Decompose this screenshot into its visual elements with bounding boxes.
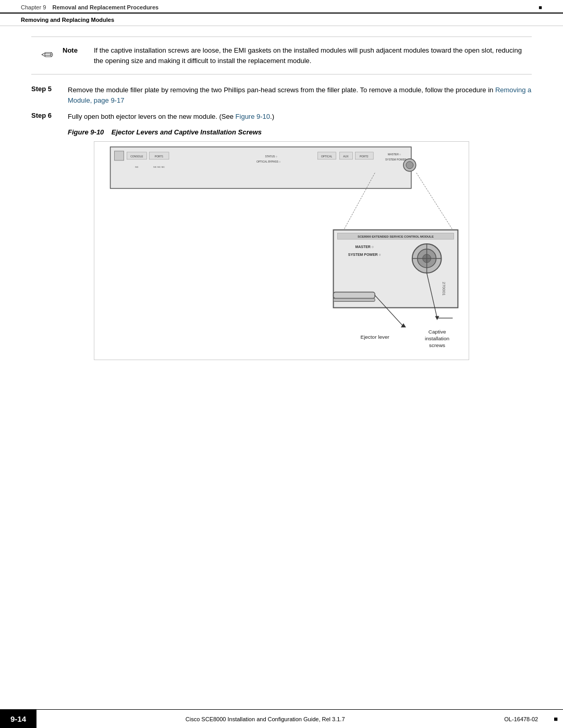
step-6-row: Step 6 Fully open both ejector levers on… [31,112,532,122]
svg-text:installation: installation [425,336,449,341]
svg-text:SIC: SIC [135,165,139,168]
svg-text:SCE8000 EXTENDED SERVICE CONTR: SCE8000 EXTENDED SERVICE CONTROL MODULE [358,235,434,238]
svg-line-21 [417,172,453,229]
svg-text:Ejector lever: Ejector lever [361,334,390,340]
svg-text:PORT2: PORT2 [360,155,369,157]
svg-text:AUX: AUX [343,155,349,157]
step-6-text-before: Fully open both ejector levers on the ne… [68,113,236,120]
note-text: If the captive installation screws are l… [94,45,532,66]
svg-text:STATUS ○: STATUS ○ [265,155,277,157]
subheader-text: Removing and Replacing Modules [21,17,114,23]
figure-area: CONSOLE PORT1 STATUS ○ OPTICAL BYPASS ○ … [31,141,532,362]
step-6-text: Fully open both ejector levers on the ne… [68,112,532,122]
step-5-text-before: Remove the module filler plate by removi… [68,86,495,94]
svg-text:MASTER ○: MASTER ○ [355,245,373,249]
figure-container: CONSOLE PORT1 STATUS ○ OPTICAL BYPASS ○ … [94,141,469,362]
svg-rect-33 [334,298,375,301]
svg-text:CONSOLE: CONSOLE [130,155,143,157]
page: Chapter 9 Removal and Replacement Proced… [0,0,563,728]
figure-caption-title: Ejector Levers and Captive Installation … [112,128,262,136]
figure-caption-num: Figure 9-10 [68,128,104,136]
svg-point-17 [406,161,413,168]
svg-rect-32 [334,292,375,298]
svg-text:SIC SIC SIC: SIC SIC SIC [153,165,165,168]
svg-text:PORT1: PORT1 [155,155,164,157]
main-content: ✏ Note If the captive installation screw… [0,26,563,709]
svg-text:MASTER ○: MASTER ○ [388,153,401,155]
step-5-row: Step 5 Remove the module filler plate by… [31,85,532,105]
note-label: Note [63,45,94,54]
step-6-text-after: .) [270,113,274,120]
svg-text:OPTICAL BYPASS ○: OPTICAL BYPASS ○ [256,160,280,163]
step-6-label: Step 6 [31,112,68,119]
device-diagram-svg: CONSOLE PORT1 STATUS ○ OPTICAL BYPASS ○ … [94,141,469,360]
step-5-label: Step 5 [31,85,68,93]
pencil-icon: ✏ [41,46,53,64]
header-chapter: Chapter 9 Removal and Replacement Proced… [21,4,158,10]
step-5-text: Remove the module filler plate by removi… [68,85,532,105]
svg-text:screws: screws [429,342,445,348]
svg-text:270001: 270001 [442,281,446,295]
footer-doc-number: OL-16478-02 [494,710,548,728]
note-box: ✏ Note If the captive installation screw… [31,36,532,75]
svg-marker-35 [401,323,406,327]
footer: 9-14 Cisco SCE8000 Installation and Conf… [0,709,563,728]
note-icon-col: ✏ [31,45,63,64]
svg-rect-1 [115,151,124,160]
page-number-badge: 9-14 [0,710,36,728]
page-header: Chapter 9 Removal and Replacement Proced… [0,0,563,14]
footer-doc-title: Cisco SCE8000 Installation and Configura… [36,710,494,728]
svg-text:SYSTEM POWER ○: SYSTEM POWER ○ [348,252,381,256]
footer-right-bar: ■ [548,710,563,728]
header-right-bar: ■ [538,4,542,10]
svg-text:OPTICAL: OPTICAL [321,155,332,157]
subheader: Removing and Replacing Modules [0,14,563,26]
svg-text:Captive: Captive [429,329,446,335]
step-6-link[interactable]: Figure 9-10 [236,113,270,120]
figure-caption: Figure 9-10 Ejector Levers and Captive I… [68,128,532,136]
